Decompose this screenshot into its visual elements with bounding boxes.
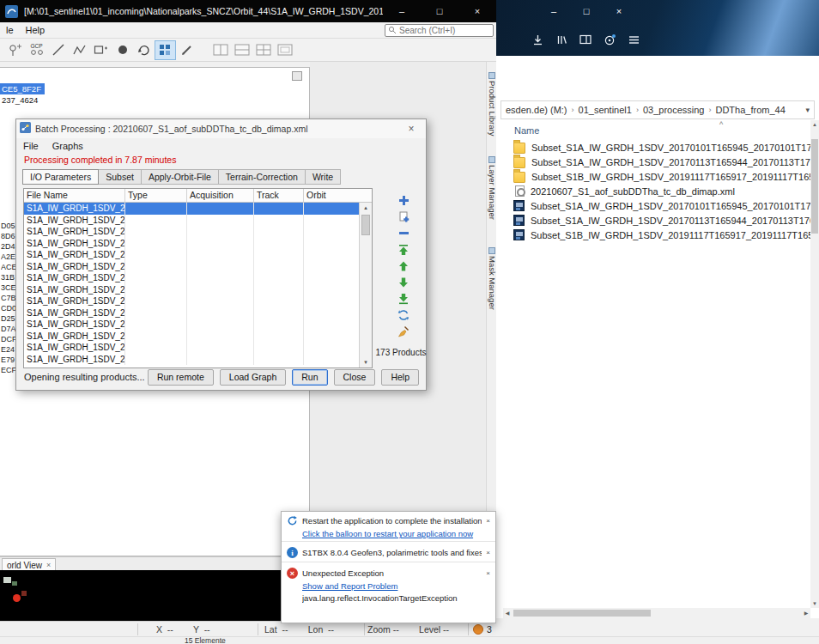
address-bar[interactable]: esden.de) (M:) › 01_sentinel1 › 03_proce…	[500, 100, 815, 119]
column-type[interactable]: Type	[125, 189, 187, 202]
restart-link[interactable]: Click the balloon to restart your applic…	[302, 529, 490, 538]
notification-restart[interactable]: Restart the application to complete the …	[282, 512, 495, 528]
table-row[interactable]: S1A_IW_GRDH_1SDV_2017...	[24, 295, 359, 307]
explorer-maximize-button[interactable]: □	[570, 0, 603, 22]
column-acquisition[interactable]: Acquisition	[187, 189, 254, 202]
tree-item[interactable]: 237_4624	[2, 95, 38, 105]
library-icon[interactable]	[553, 30, 570, 49]
notification-badge-icon[interactable]	[473, 624, 483, 635]
table-row[interactable]: S1A_IW_GRDH_1SDV_20170...	[24, 203, 359, 215]
scrollbar-thumb[interactable]	[513, 610, 651, 617]
panel-minimize-icon[interactable]	[292, 71, 302, 81]
breadcrumb-current-folder[interactable]: DDTha_from_44	[715, 105, 785, 115]
load-graph-button[interactable]: Load Graph	[220, 369, 286, 386]
remove-file-button[interactable]	[396, 226, 411, 240]
column-orbit[interactable]: Orbit	[304, 189, 372, 202]
table-row[interactable]: S1A_IW_GRDH_1SDV_2017...	[24, 238, 359, 250]
table-row[interactable]: S1A_IW_GRDH_1SDV_2017...	[24, 342, 359, 354]
gcp-insert-tool-icon[interactable]	[4, 40, 26, 60]
file-row[interactable]: Subset_S1A_IW_GRDH_1SDV_20170113T165944_…	[500, 213, 811, 228]
dismiss-icon[interactable]: ×	[486, 517, 490, 525]
snap-maximize-button[interactable]: □	[421, 0, 458, 22]
gcp-manager-tool-icon[interactable]: GCP	[26, 40, 47, 60]
tree-item-selected[interactable]: CE5_8F2F	[0, 83, 45, 94]
breadcrumb-01-sentinel1[interactable]: 01_sentinel1	[579, 105, 632, 115]
file-row[interactable]: Subset_S1A_IW_GRDH_1SDV_20170101T165945_…	[500, 198, 811, 213]
table-row[interactable]: S1A_IW_GRDH_1SDV_2017...	[24, 284, 359, 296]
help-button[interactable]: Help	[381, 369, 419, 386]
tab-subset[interactable]: Subset	[99, 169, 142, 185]
refresh-button[interactable]	[396, 307, 411, 322]
move-top-button[interactable]	[396, 242, 411, 257]
scrollbar-thumb[interactable]	[361, 215, 370, 235]
tile-grid-icon[interactable]	[252, 40, 274, 60]
table-row[interactable]: S1A_IW_GRDH_1SDV_2017...	[24, 249, 359, 261]
menu-help[interactable]: Help	[20, 25, 52, 35]
tab-world-view[interactable]: orld View ×	[2, 558, 56, 571]
report-problem-link[interactable]: Show and Report Problem	[302, 581, 490, 591]
run-remote-button[interactable]: Run remote	[148, 369, 214, 386]
snap-close-button[interactable]: ×	[458, 0, 496, 22]
scroll-left-icon[interactable]: ◀	[503, 608, 512, 618]
download-icon[interactable]	[529, 30, 546, 49]
tab-apply-orbit-file[interactable]: Apply-Orbit-File	[142, 169, 219, 185]
notification-count[interactable]: 3	[487, 622, 492, 637]
line-tool-icon[interactable]	[47, 40, 69, 60]
table-row[interactable]: S1A_IW_GRDH_1SDV_2017...	[24, 307, 359, 319]
rectangle-tool-icon[interactable]	[90, 40, 112, 60]
clear-list-button[interactable]	[396, 324, 411, 338]
scroll-down-icon[interactable]: ▼	[810, 599, 819, 608]
menu-file-truncated[interactable]: le	[0, 25, 20, 35]
dialog-menu-file[interactable]: File	[16, 141, 46, 151]
tab-write[interactable]: Write	[306, 169, 341, 185]
table-row[interactable]: S1A_IW_GRDH_1SDV_2017...	[24, 226, 359, 238]
table-scrollbar[interactable]: ▴ ▾	[359, 203, 372, 368]
tab-terrain-correction[interactable]: Terrain-Correction	[219, 169, 306, 185]
notification-error[interactable]: × Unexpected Exception ×	[282, 564, 495, 580]
table-row[interactable]: S1A_IW_GRDH_1SDV_2017...	[24, 261, 359, 273]
scroll-right-icon[interactable]: ▶	[802, 608, 810, 618]
column-track[interactable]: Track	[254, 189, 304, 202]
scroll-up-icon[interactable]: ▴	[360, 204, 372, 212]
dialog-menu-graphs[interactable]: Graphs	[46, 141, 90, 151]
move-up-button[interactable]	[396, 258, 411, 273]
ellipse-tool-icon[interactable]	[112, 40, 133, 60]
dismiss-icon[interactable]: ×	[486, 569, 490, 577]
explorer-minimize-button[interactable]: –	[537, 0, 570, 22]
table-row[interactable]: S1A_IW_GRDH_1SDV_2017...	[24, 272, 359, 284]
snap-minimize-button[interactable]: –	[383, 0, 421, 22]
table-row[interactable]: S1A_IW_GRDH_1SDV_2017...	[24, 215, 359, 227]
tile-horizontally-icon[interactable]	[209, 40, 231, 60]
scroll-down-icon[interactable]: ▾	[360, 358, 372, 367]
column-file-name[interactable]: File Name	[24, 189, 125, 202]
table-row[interactable]: S1A_IW_GRDH_1SDV_2017...	[24, 319, 359, 331]
table-row[interactable]: S1A_IW_GRDH_1SDV_2017...	[24, 331, 359, 343]
dismiss-icon[interactable]: ×	[486, 549, 490, 556]
file-row[interactable]: 20210607_S1_aof_subDDTha_tc_db_dimap.xml	[500, 184, 811, 198]
explorer-vertical-scrollbar[interactable]: ▲ ▼	[810, 120, 819, 608]
menu-icon[interactable]	[625, 30, 642, 49]
close-button[interactable]: Close	[334, 369, 376, 386]
file-row[interactable]: Subset_S1B_IW_GRDH_1SDV_20191117T165917_…	[500, 228, 811, 242]
column-header-name[interactable]: Name	[514, 125, 539, 136]
explorer-horizontal-scrollbar[interactable]: ◀ ▶	[503, 608, 810, 618]
tab-io-parameters[interactable]: I/O Parameters	[22, 169, 99, 185]
world-view-close-icon[interactable]: ×	[46, 561, 51, 569]
run-button[interactable]: Run	[292, 369, 327, 386]
breadcrumb-03-processing[interactable]: 03_processing	[643, 105, 705, 115]
dialog-close-icon[interactable]: ×	[400, 123, 422, 135]
notification-update[interactable]: i S1TBX 8.0.4 Geofen3, polarimetric tool…	[282, 544, 495, 560]
scrollbar-thumb[interactable]	[811, 139, 818, 234]
tile-vertically-icon[interactable]	[231, 40, 252, 60]
file-row[interactable]: Subset_S1A_IW_GRDH_1SDV_20170113T165944_…	[500, 155, 811, 169]
preview-pane-icon[interactable]	[577, 30, 594, 49]
move-down-button[interactable]	[396, 275, 411, 289]
tile-single-icon[interactable]	[274, 40, 295, 60]
explorer-close-button[interactable]: ×	[603, 0, 635, 22]
scroll-up-icon[interactable]: ▲	[810, 120, 819, 129]
table-row[interactable]: S1A_IW_GRDH_1SDV_2017...	[24, 354, 359, 366]
address-dropdown-icon[interactable]: ▾	[805, 106, 810, 114]
move-bottom-button[interactable]	[396, 291, 411, 306]
file-row[interactable]: Subset_S1A_IW_GRDH_1SDV_20170101T165945_…	[500, 140, 811, 155]
pan-tool-icon[interactable]	[133, 40, 155, 60]
